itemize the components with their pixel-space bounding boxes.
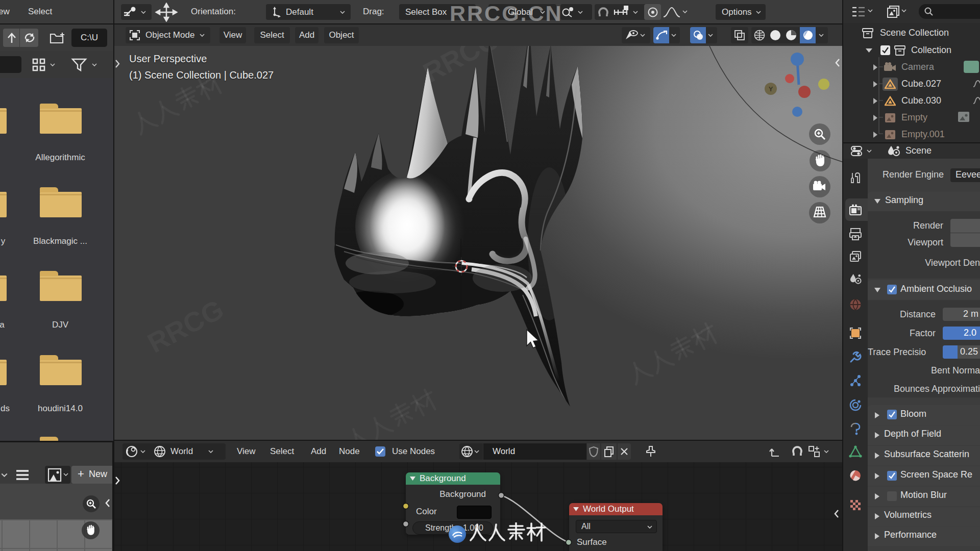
svg-text:Y: Y — [769, 85, 773, 93]
